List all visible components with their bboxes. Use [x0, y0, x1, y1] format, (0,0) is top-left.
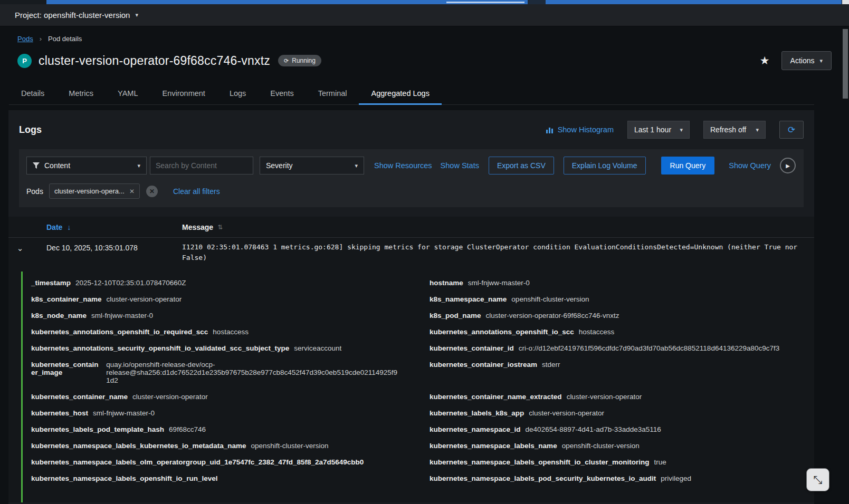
- detail-key: kubernetes_namespace_labels_name: [430, 442, 557, 450]
- breadcrumb-current: Pod details: [48, 35, 82, 43]
- detail-key: kubernetes_container_image: [31, 361, 101, 376]
- date-column-header[interactable]: Date ↓: [32, 223, 182, 231]
- row-expand-chevron-icon[interactable]: ⌄: [17, 244, 24, 253]
- detail-cell: k8s_node_name sml-fnjww-master-0: [31, 307, 400, 324]
- tab-metrics[interactable]: Metrics: [56, 84, 106, 104]
- refresh-now-button[interactable]: ⟳: [779, 121, 804, 139]
- breadcrumb-pods-link[interactable]: Pods: [17, 35, 33, 43]
- tab-terminal[interactable]: Terminal: [306, 84, 359, 104]
- logs-toolbar: Logs Show Histogram Last 1 hour ▾ Refres…: [8, 110, 814, 147]
- detail-value: cluster-version-operator-69f68cc746-vnxt…: [486, 312, 619, 319]
- refresh-icon: ⟳: [788, 124, 795, 135]
- severity-filter-dropdown[interactable]: Severity ▾: [260, 157, 364, 175]
- detail-cell: kubernetes_container_name cluster-versio…: [31, 389, 400, 405]
- content-search-input[interactable]: [150, 157, 253, 175]
- show-query-link[interactable]: Show Query: [729, 161, 771, 170]
- detail-key: kubernetes_labels_k8s_app: [430, 409, 524, 417]
- detail-key: k8s_pod_name: [430, 312, 481, 319]
- detail-value: sml-fnjww-master-0: [468, 279, 530, 287]
- aggregated-logs-panel: Logs Show Histogram Last 1 hour ▾ Refres…: [8, 110, 814, 504]
- show-resources-link[interactable]: Show Resources: [374, 161, 432, 170]
- detail-cell: kubernetes_labels_pod_template_hash 69f6…: [31, 421, 400, 438]
- show-histogram-label: Show Histogram: [558, 125, 614, 134]
- explain-log-volume-button[interactable]: Explain Log Volume: [564, 157, 646, 175]
- status-badge: ⟳ Running: [278, 55, 321, 66]
- detail-value: sml-fnjww-master-0: [91, 312, 153, 319]
- detail-cell: kubernetes_namespace_id de402654-8897-4d…: [430, 421, 798, 438]
- detail-value: 2025-12-10T02:35:01.078470660Z: [75, 279, 186, 287]
- refresh-interval-dropdown[interactable]: Refresh off ▾: [703, 121, 766, 139]
- log-row[interactable]: ⌄ Dec 10, 2025, 10:35:01.078 I1210 02:35…: [8, 238, 814, 265]
- detail-cell: kubernetes_container_name_extracted clus…: [430, 389, 798, 405]
- detail-cell: kubernetes_namespace_labels_kubernetes_i…: [31, 438, 400, 454]
- message-column-header[interactable]: Message ⇅: [182, 223, 814, 231]
- filter-group-label: Pods: [26, 187, 43, 196]
- time-range-dropdown[interactable]: Last 1 hour ▾: [627, 121, 690, 139]
- attribute-filter-dropdown[interactable]: Content ▾: [26, 157, 147, 175]
- favorite-star-icon[interactable]: ★: [760, 54, 770, 67]
- detail-value: de402654-8897-4d41-ad7b-33adde3a5116: [526, 425, 661, 433]
- detail-key: k8s_namespace_name: [430, 295, 507, 303]
- detail-cell: kubernetes_annotations_security_openshif…: [31, 340, 400, 356]
- pod-resource-badge: P: [17, 54, 32, 68]
- detail-key: kubernetes_annotations_security_openshif…: [31, 344, 289, 352]
- expanded-log-details: _timestamp 2025-12-10T02:35:01.078470660…: [21, 272, 814, 502]
- detail-cell: kubernetes_namespace_labels_openshift_io…: [430, 454, 798, 470]
- corner-arrows-icon: ⤡: [814, 473, 823, 486]
- run-query-button[interactable]: Run Query: [661, 157, 715, 175]
- detail-value: 69f68cc746: [169, 425, 206, 433]
- detail-key: kubernetes_namespace_labels_kubernetes_i…: [31, 442, 246, 450]
- detail-key: kubernetes_namespace_id: [430, 425, 521, 433]
- page-scrollbar[interactable]: [843, 29, 848, 99]
- tab-logs[interactable]: Logs: [217, 84, 258, 104]
- tab-environment[interactable]: Environment: [150, 84, 217, 104]
- play-icon: ▶: [786, 163, 790, 169]
- detail-key: _timestamp: [31, 279, 71, 287]
- tab-aggregated-logs[interactable]: Aggregated Logs: [359, 84, 441, 104]
- pod-detail-tabs: Details Metrics YAML Environment Logs Ev…: [9, 84, 814, 105]
- detail-key: hostname: [430, 279, 463, 287]
- detail-cell: kubernetes_container_iostream stderr: [430, 356, 798, 389]
- log-row-message: I1210 02:35:01.078463 1 metrics.go:628] …: [182, 242, 814, 263]
- severity-filter-value: Severity: [266, 161, 293, 170]
- detail-cell: kubernetes_container_id cri-o://d12ebf24…: [430, 340, 798, 356]
- show-histogram-link[interactable]: Show Histogram: [546, 125, 614, 134]
- detail-value: cri-o://d12ebf2419761f596cdfdc7d90ad3fd7…: [519, 344, 779, 352]
- detail-cell: k8s_namespace_name openshift-cluster-ver…: [430, 291, 798, 307]
- histogram-icon: [546, 127, 554, 133]
- detail-cell: kubernetes_host sml-fnjww-master-0: [31, 405, 400, 421]
- chip-close-icon[interactable]: ✕: [129, 188, 135, 195]
- filter-toolbar: Content ▾ Severity ▾ Show Resources Show…: [19, 149, 804, 207]
- detail-key: kubernetes_labels_pod_template_hash: [31, 425, 164, 433]
- detail-key: k8s_container_name: [31, 295, 102, 303]
- detail-value: hostaccess: [213, 328, 249, 336]
- actions-button[interactable]: Actions ▾: [781, 51, 832, 70]
- caret-down-icon: ▾: [137, 162, 140, 169]
- detail-cell: kubernetes_annotations_openshift_io_scc …: [430, 324, 798, 340]
- page-title: cluster-version-operator-69f68cc746-vnxt…: [39, 54, 270, 68]
- stream-play-button[interactable]: ▶: [780, 158, 796, 173]
- refresh-interval-value: Refresh off: [710, 125, 746, 134]
- tab-details[interactable]: Details: [9, 84, 56, 104]
- detail-key: kubernetes_namespace_labels_openshift_io…: [31, 474, 217, 482]
- show-stats-link[interactable]: Show Stats: [441, 161, 479, 170]
- detail-key: kubernetes_annotations_openshift_io_requ…: [31, 328, 208, 336]
- page-header: P cluster-version-operator-69f68cc746-vn…: [17, 51, 832, 70]
- detail-cell: kubernetes_namespace_labels_name openshi…: [430, 438, 798, 454]
- detail-key: kubernetes_namespace_labels_openshift_io…: [430, 458, 649, 466]
- detail-value: cluster-version-operator: [567, 393, 642, 401]
- clear-all-filters-link[interactable]: Clear all filters: [173, 187, 220, 196]
- detail-cell: kubernetes_namespace_labels_openshift_io…: [31, 470, 400, 487]
- tab-yaml[interactable]: YAML: [106, 84, 150, 104]
- sort-descending-icon: ↓: [67, 223, 71, 231]
- detail-cell: kubernetes_labels_k8s_app cluster-versio…: [430, 405, 798, 421]
- project-bar: Project: openshift-cluster-version ▾: [0, 4, 849, 26]
- detail-key: kubernetes_host: [31, 409, 88, 417]
- caret-down-icon: ▾: [680, 127, 683, 133]
- project-selector[interactable]: Project: openshift-cluster-version: [15, 11, 130, 20]
- status-label: Running: [292, 57, 316, 64]
- tab-events[interactable]: Events: [258, 84, 306, 104]
- filter-group-close-icon[interactable]: ✕: [146, 186, 158, 197]
- export-csv-button[interactable]: Export as CSV: [489, 157, 554, 175]
- detail-key: kubernetes_namespace_labels_olm_operator…: [31, 458, 364, 466]
